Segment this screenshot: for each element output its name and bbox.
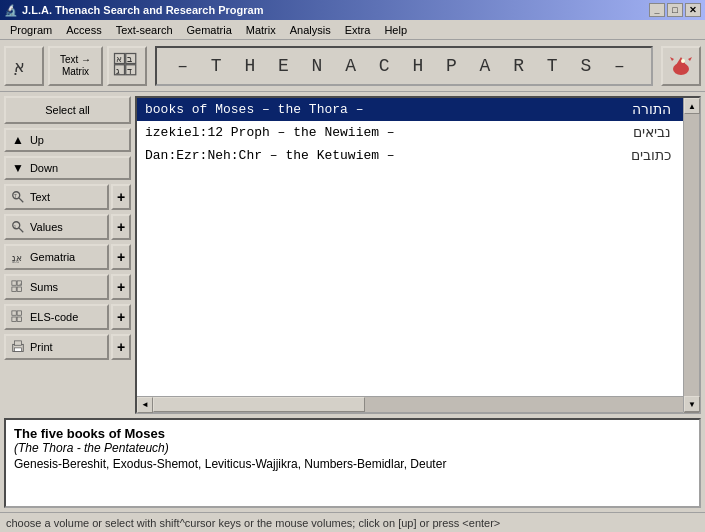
list-item[interactable]: books of Moses – the Thora –התורה <box>137 98 699 121</box>
tool-row-gematria: אנ401Gematria+ <box>4 244 131 270</box>
gematria-plus-button[interactable]: + <box>111 244 131 270</box>
tool-row-print: Print+ <box>4 334 131 360</box>
description-area: The five books of Moses (The Thora - the… <box>4 418 701 508</box>
svg-line-16 <box>19 198 23 202</box>
els-code-label: ELS-code <box>30 311 78 323</box>
title-bar: 🔬 J.L.A. Thenach Search and Research Pro… <box>0 0 705 20</box>
scroll-left-arrow[interactable]: ◄ <box>137 397 153 413</box>
banner: – T H E N A C H P A R T S – <box>155 46 653 86</box>
up-button[interactable]: ▲ Up <box>4 128 131 152</box>
title-bar-controls: _ □ ✕ <box>649 3 701 17</box>
maximize-button[interactable]: □ <box>667 3 683 17</box>
up-arrow-icon: ▲ <box>12 133 24 147</box>
list-item-hebrew: כתובים <box>631 147 691 164</box>
grid-svg: א ב ג ד <box>112 51 142 81</box>
text-matrix-button[interactable]: Text → Matrix <box>48 46 103 86</box>
svg-rect-31 <box>17 317 21 321</box>
values-icon: 1 <box>10 219 26 235</box>
els-code-icon <box>10 309 26 325</box>
sums-plus-button[interactable]: + <box>111 274 131 300</box>
gematria-grid-button[interactable]: א ב ג ד <box>107 46 147 86</box>
menu-item-help[interactable]: Help <box>378 22 413 38</box>
scroll-down-arrow[interactable]: ▼ <box>684 396 700 412</box>
menu-bar: ProgramAccessText-searchGematriaMatrixAn… <box>0 20 705 40</box>
menu-item-program[interactable]: Program <box>4 22 58 38</box>
app-icon: 🔬 <box>4 4 18 17</box>
svg-text:ג: ג <box>116 65 120 75</box>
horizontal-scrollbar[interactable]: ◄ ► <box>137 396 699 412</box>
aleph-icon-button[interactable]: א • <box>4 46 44 86</box>
list-item[interactable]: Dan:Ezr:Neh:Chr – the Ketuwiem –כתובים <box>137 144 699 167</box>
svg-rect-34 <box>15 348 22 352</box>
minimize-button[interactable]: _ <box>649 3 665 17</box>
gematria-label: Gematria <box>30 251 75 263</box>
svg-text:ב: ב <box>127 54 132 64</box>
list-area: books of Moses – the Thora –התורהizekiel… <box>135 96 701 414</box>
gematria-icon: אנ401 <box>10 249 26 265</box>
description-subtitle: (The Thora - the Pentateuch) <box>14 441 691 455</box>
tool-row-text: TText+ <box>4 184 131 210</box>
svg-text:+: + <box>19 281 22 286</box>
svg-text:•: • <box>14 69 17 78</box>
bird-button[interactable] <box>661 46 701 86</box>
print-icon <box>10 339 26 355</box>
close-button[interactable]: ✕ <box>685 3 701 17</box>
list-item-text: izekiel:12 Proph – the Newiiem – <box>145 125 395 140</box>
svg-line-19 <box>19 228 23 232</box>
status-bar: choose a volume or select with shift^cur… <box>0 512 705 532</box>
bird-svg <box>666 51 696 81</box>
down-button[interactable]: ▼ Down <box>4 156 131 180</box>
scroll-up-arrow[interactable]: ▲ <box>684 98 700 114</box>
title-bar-left: 🔬 J.L.A. Thenach Search and Research Pro… <box>4 4 263 17</box>
svg-text:401: 401 <box>12 259 20 264</box>
sidebar: Select all ▲ Up ▼ Down TText+1Values+אנ4… <box>0 92 135 418</box>
menu-item-extra[interactable]: Extra <box>339 22 377 38</box>
values-label: Values <box>30 221 63 233</box>
description-title: The five books of Moses <box>14 426 691 441</box>
vertical-scrollbar[interactable]: ▲ ▼ <box>683 98 699 412</box>
menu-item-analysis[interactable]: Analysis <box>284 22 337 38</box>
up-label: Up <box>30 134 44 146</box>
sums-icon: + <box>10 279 26 295</box>
print-plus-button[interactable]: + <box>111 334 131 360</box>
menu-item-access[interactable]: Access <box>60 22 107 38</box>
text-matrix-label2: Matrix <box>62 66 89 78</box>
select-all-button[interactable]: Select all <box>4 96 131 124</box>
menu-item-text-search[interactable]: Text-search <box>110 22 179 38</box>
list-item[interactable]: izekiel:12 Proph – the Newiiem –נביאים <box>137 121 699 144</box>
tool-btn-text[interactable]: TText <box>4 184 109 210</box>
svg-rect-33 <box>15 341 22 345</box>
svg-rect-23 <box>12 281 16 285</box>
menu-item-matrix[interactable]: Matrix <box>240 22 282 38</box>
svg-rect-30 <box>12 317 16 321</box>
tool-btn-els-code[interactable]: ELS-code <box>4 304 109 330</box>
app-title: J.L.A. Thenach Search and Research Progr… <box>22 4 263 16</box>
status-text: choose a volume or select with shift^cur… <box>6 517 500 529</box>
els-code-plus-button[interactable]: + <box>111 304 131 330</box>
text-matrix-label1: Text → <box>60 54 91 66</box>
tool-btn-gematria[interactable]: אנ401Gematria <box>4 244 109 270</box>
values-plus-button[interactable]: + <box>111 214 131 240</box>
h-scroll-track <box>153 397 683 412</box>
tool-btn-values[interactable]: 1Values <box>4 214 109 240</box>
body-area: Select all ▲ Up ▼ Down TText+1Values+אנ4… <box>0 92 705 418</box>
list-item-text: books of Moses – the Thora – <box>145 102 363 117</box>
svg-marker-14 <box>670 57 674 61</box>
scroll-track <box>684 114 699 396</box>
text-label: Text <box>30 191 50 203</box>
svg-text:T: T <box>14 193 18 199</box>
toolbar: א • Text → Matrix א ב ג ד – T H E N A C … <box>0 40 705 92</box>
svg-text:ד: ד <box>127 65 132 75</box>
tool-btn-print[interactable]: Print <box>4 334 109 360</box>
tool-btn-sums[interactable]: +Sums <box>4 274 109 300</box>
sums-label: Sums <box>30 281 58 293</box>
svg-rect-25 <box>12 287 16 291</box>
list-item-text: Dan:Ezr:Neh:Chr – the Ketuwiem – <box>145 148 395 163</box>
tool-row-values: 1Values+ <box>4 214 131 240</box>
svg-text:א: א <box>116 54 122 64</box>
main-content: א • Text → Matrix א ב ג ד – T H E N A C … <box>0 40 705 532</box>
svg-point-12 <box>681 59 685 63</box>
text-plus-button[interactable]: + <box>111 184 131 210</box>
menu-item-gematria[interactable]: Gematria <box>181 22 238 38</box>
description-body: Genesis-Bereshit, Exodus-Shemot, Levitic… <box>14 457 691 471</box>
